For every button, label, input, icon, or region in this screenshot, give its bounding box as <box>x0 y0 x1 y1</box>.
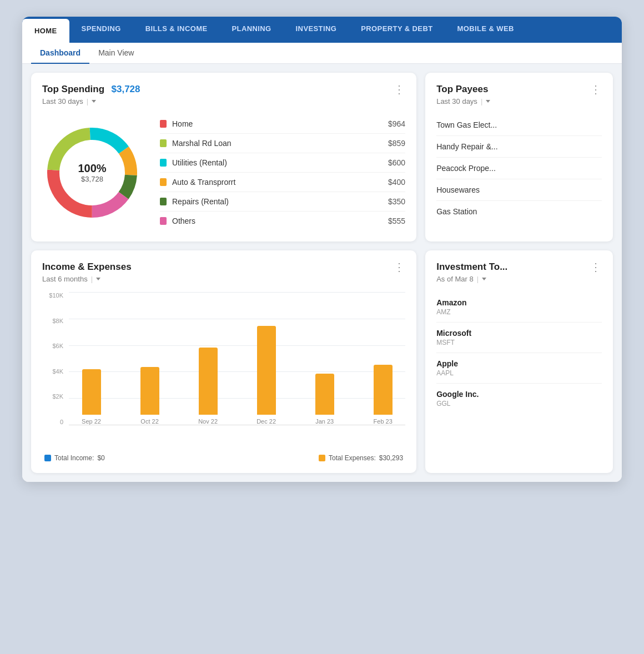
more-button[interactable]: ⋮ <box>394 84 405 95</box>
spending-dropdown[interactable] <box>92 100 96 103</box>
y-axis: $10K$8K$6K$4K$2K0 <box>42 292 68 425</box>
payees-more-button[interactable]: ⋮ <box>590 84 602 95</box>
bar[interactable] <box>140 367 159 415</box>
bar-group: Feb 23 <box>360 292 405 425</box>
payees-header: Top Payees ⋮ <box>436 84 602 95</box>
sub-nav: DashboardMain View <box>22 43 622 64</box>
chart-inner: Sep 22 Oct 22 Nov 22 Dec 22 Jan 23 Feb 2… <box>69 292 405 425</box>
investment-row: Apple AAPL <box>436 353 602 384</box>
payees-dropdown[interactable] <box>486 100 490 103</box>
category-name: Marshal Rd Loan <box>172 139 232 148</box>
donut-percent: 100% <box>78 162 106 175</box>
spending-content: 100% $3,728 Home $964 Marshal Rd Loan $8… <box>42 114 405 230</box>
expense-legend-color <box>319 455 325 461</box>
category-amount: $400 <box>388 178 405 187</box>
bar[interactable] <box>315 374 334 415</box>
income-legend: Total Income: $0 <box>44 454 105 462</box>
income-legend-color <box>44 455 51 461</box>
chart-legend: Total Income: $0 Total Expenses: $30,293 <box>42 454 405 462</box>
bar[interactable] <box>374 365 393 415</box>
category-color <box>160 139 167 147</box>
investment-ticker: AMZ <box>436 308 602 316</box>
investment-more-button[interactable]: ⋮ <box>590 261 602 273</box>
bar[interactable] <box>257 326 276 415</box>
spending-row: Marshal Rd Loan $859 <box>160 134 405 153</box>
nav-item-home[interactable]: HOME <box>22 19 69 43</box>
investment-row: Microsoft MSFT <box>436 323 602 353</box>
donut-center: 100% $3,728 <box>78 162 106 183</box>
investment-dropdown[interactable] <box>482 278 486 280</box>
bar-group: Oct 22 <box>127 292 172 425</box>
category-amount: $600 <box>388 158 405 167</box>
nav-bar: HOMESPENDINGBILLS & INCOMEPLANNINGINVEST… <box>22 17 622 43</box>
app-container: HOMESPENDINGBILLS & INCOMEPLANNINGINVEST… <box>22 17 622 482</box>
income-title: Income & Expenses <box>42 261 132 273</box>
investment-name: Microsoft <box>436 329 602 338</box>
category-name: Repairs (Rental) <box>172 197 229 206</box>
expense-legend: Total Expenses: $30,293 <box>319 454 403 462</box>
investment-header: Investment To... ⋮ <box>436 261 602 273</box>
spending-label: Marshal Rd Loan <box>160 139 232 148</box>
income-dropdown[interactable] <box>96 278 100 280</box>
y-axis-label: 0 <box>60 419 63 425</box>
spending-row: Repairs (Rental) $350 <box>160 192 405 212</box>
top-payees-card: Top Payees ⋮ Last 30 days | Town Gas Ele… <box>425 73 613 242</box>
spending-label: Repairs (Rental) <box>160 197 229 206</box>
spending-label: Utilities (Rental) <box>160 158 227 167</box>
card-title-group: Top Spending $3,728 <box>42 84 140 95</box>
spending-row: Auto & Transprorrt $400 <box>160 173 405 192</box>
bar-group: Nov 22 <box>185 292 230 425</box>
category-name: Auto & Transprorrt <box>172 178 235 187</box>
donut-chart: 100% $3,728 <box>42 123 142 223</box>
spending-subtitle: Last 30 days | <box>42 97 405 105</box>
y-axis-label: $6K <box>52 343 63 349</box>
bar-group: Dec 22 <box>244 292 289 425</box>
investment-ticker: MSFT <box>436 339 602 346</box>
income-legend-value: $0 <box>97 454 104 462</box>
investment-row: Amazon AMZ <box>436 292 602 323</box>
bar-chart-area: $10K$8K$6K$4K$2K0 Sep 22 Oct 22 Nov 22 D… <box>42 292 405 446</box>
category-name: Home <box>172 119 193 128</box>
income-header: Income & Expenses ⋮ <box>42 261 405 273</box>
subnav-item-main-view[interactable]: Main View <box>89 43 143 64</box>
bar-group: Jan 23 <box>302 292 347 425</box>
category-name: Utilities (Rental) <box>172 158 227 167</box>
bar[interactable] <box>199 348 218 415</box>
investment-name: Amazon <box>436 298 602 307</box>
investment-ticker: AAPL <box>436 369 602 377</box>
y-axis-label: $8K <box>52 318 63 324</box>
nav-item-investing[interactable]: INVESTING <box>284 17 349 43</box>
y-axis-label: $10K <box>49 292 63 299</box>
investment-subtitle: As of Mar 8 | <box>436 275 602 283</box>
payees-title: Top Payees <box>436 84 488 95</box>
nav-item-property---debt[interactable]: PROPERTY & DEBT <box>349 17 445 43</box>
nav-item-spending[interactable]: SPENDING <box>69 17 133 43</box>
card-header: Top Spending $3,728 ⋮ <box>42 84 405 95</box>
spending-label: Auto & Transprorrt <box>160 178 235 187</box>
spending-title: Top Spending <box>42 84 104 94</box>
bar-label: Nov 22 <box>198 418 218 425</box>
nav-item-planning[interactable]: PLANNING <box>219 17 283 43</box>
category-color <box>160 120 167 128</box>
spending-row: Home $964 <box>160 114 405 134</box>
payees-list: Town Gas Elect...Handy Repair &...Peacoc… <box>436 114 602 222</box>
payee-row: Handy Repair &... <box>436 136 602 158</box>
spending-amount: $3,728 <box>112 84 140 94</box>
investment-row: Google Inc. GGL <box>436 384 602 414</box>
spending-label: Others <box>160 217 195 225</box>
nav-item-mobile---web[interactable]: MOBILE & WEB <box>445 17 526 43</box>
income-expenses-card: Income & Expenses ⋮ Last 6 months | $10K… <box>31 250 416 473</box>
category-color <box>160 217 167 225</box>
nav-item-bills---income[interactable]: BILLS & INCOME <box>133 17 220 43</box>
category-color <box>160 159 167 167</box>
subnav-item-dashboard[interactable]: Dashboard <box>31 43 89 64</box>
category-color <box>160 178 167 186</box>
income-more-button[interactable]: ⋮ <box>394 261 405 273</box>
bar-label: Oct 22 <box>140 418 158 425</box>
top-spending-card: Top Spending $3,728 ⋮ Last 30 days | 100… <box>31 73 416 242</box>
payee-row: Gas Station <box>436 201 602 222</box>
category-amount: $350 <box>388 197 405 206</box>
category-amount: $859 <box>388 139 405 148</box>
bar[interactable] <box>82 369 101 415</box>
y-axis-label: $2K <box>52 393 63 400</box>
